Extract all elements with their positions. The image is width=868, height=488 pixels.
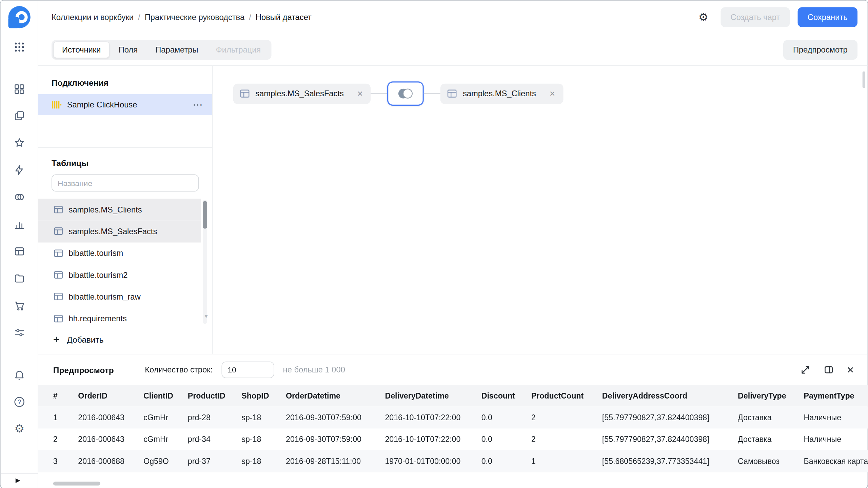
charts-bar-icon[interactable]	[13, 218, 25, 230]
column-header: ShopID	[241, 391, 286, 400]
datasets-venn-icon[interactable]	[13, 191, 25, 203]
canvas-scrollbar-thumb[interactable]	[863, 72, 865, 88]
source-chip-clients[interactable]: samples.MS_Clients ✕	[441, 83, 563, 104]
table-list-item[interactable]: samples.MS_Clients	[38, 199, 201, 220]
column-header: ProductCount	[531, 391, 602, 400]
save-button[interactable]: Сохранить	[797, 7, 857, 27]
cell: 1	[53, 413, 78, 422]
marketplace-cart-icon[interactable]	[13, 300, 25, 312]
cell: Банковская карта	[804, 456, 868, 465]
cell: sp-18	[241, 413, 286, 422]
row-count-input[interactable]	[221, 362, 274, 378]
rail-divider	[1, 473, 38, 474]
join-type-button[interactable]	[388, 81, 424, 106]
datalens-logo-icon[interactable]	[7, 4, 32, 30]
table-search-input[interactable]	[52, 175, 199, 192]
table-icon	[447, 88, 457, 98]
add-table-button[interactable]: + Добавить	[38, 334, 212, 345]
tab-parameters[interactable]: Параметры	[146, 41, 207, 58]
table-name: samples.MS_Clients	[69, 205, 142, 214]
table-list-item[interactable]: bibattle.tourism_raw	[38, 286, 201, 307]
expand-preview-icon[interactable]	[800, 365, 810, 375]
notifications-bell-icon[interactable]	[13, 369, 25, 381]
preview-table-body: 1 2016-000643 cGmHr prd-28 sp-18 2016-09…	[38, 406, 868, 472]
connection-name: Sample ClickHouse	[67, 100, 137, 109]
connection-more-icon[interactable]: ⋯	[193, 99, 203, 111]
table-name: samples.MS_SalesFacts	[69, 227, 157, 236]
tab-sources[interactable]: Источники	[53, 41, 110, 58]
cell: cGmHr	[143, 435, 188, 444]
cell: 0.0	[481, 456, 531, 465]
cell: 2	[531, 413, 602, 422]
column-header: ClientID	[143, 391, 188, 400]
source-name: samples.MS_SalesFacts	[255, 89, 344, 98]
close-preview-icon[interactable]: ✕	[847, 365, 854, 375]
tab-fields[interactable]: Поля	[110, 41, 146, 58]
cell: sp-18	[241, 456, 286, 465]
tables-grid-icon[interactable]	[13, 245, 25, 258]
tables-list: samples.MS_Clients samples.MS_SalesFacts…	[38, 199, 212, 330]
connection-item-sample-clickhouse[interactable]: Sample ClickHouse ⋯	[38, 94, 212, 115]
remove-source-icon[interactable]: ✕	[357, 89, 363, 98]
source-chip-salesfacts[interactable]: samples.MS_SalesFacts ✕	[233, 83, 371, 104]
settings-gear-icon[interactable]: ⚙	[13, 423, 25, 435]
dock-panel-icon[interactable]	[824, 365, 833, 375]
table-name: bibattle.tourism_raw	[69, 292, 141, 301]
cell: 2016-000643	[78, 413, 143, 422]
join-venn-icon	[396, 87, 415, 100]
preview-header: Предпросмотр Количество строк: не больше…	[38, 354, 868, 385]
svg-text:?: ?	[18, 399, 21, 405]
preview-toggle-button[interactable]: Предпросмотр	[783, 40, 857, 60]
help-question-icon[interactable]: ?	[13, 396, 25, 408]
table-name: bibattle.tourism2	[69, 270, 128, 279]
breadcrumb-guides[interactable]: Практические руководства	[145, 13, 244, 22]
cell: Самовывоз	[738, 456, 804, 465]
scroll-down-icon[interactable]: ▾	[205, 313, 208, 320]
column-header: OrderID	[78, 391, 143, 400]
preview-horizontal-scrollbar-thumb[interactable]	[53, 482, 100, 485]
remove-source-icon[interactable]: ✕	[549, 89, 555, 98]
cell: Наличные	[804, 435, 868, 444]
plus-icon: +	[53, 334, 60, 345]
favorites-star-icon[interactable]	[13, 137, 25, 149]
join-connector-line	[371, 93, 388, 94]
breadcrumb-collections[interactable]: Коллекции и воркбуки	[52, 13, 134, 22]
table-list-item[interactable]: hh.requirements	[38, 307, 201, 329]
cell: 0.0	[481, 435, 531, 444]
table-row: 2 2016-000643 cGmHr prd-34 sp-18 2016-09…	[38, 428, 868, 450]
cell: 2	[531, 435, 602, 444]
collapse-play-icon[interactable]: ▶	[16, 477, 20, 484]
datalens-dataset-editor: ? ⚙ ▶ Коллекции и воркбуки / Практически…	[0, 0, 868, 488]
cell: 2	[53, 435, 78, 444]
tables-scrollbar-thumb[interactable]	[203, 201, 207, 229]
cell: Доставка	[738, 435, 804, 444]
cell: [55.797790827,37.824400398]	[602, 413, 738, 422]
tabs-row: Источники Поля Параметры Фильтрация Пред…	[38, 34, 868, 66]
cell: Доставка	[738, 413, 804, 422]
cell: 1970-01-01T00:00:00	[385, 456, 481, 465]
apps-grid-icon[interactable]	[13, 41, 25, 53]
connections-lightning-icon[interactable]	[13, 164, 25, 176]
join-connector-line	[424, 93, 441, 94]
services-sliders-icon[interactable]	[13, 327, 25, 339]
cell: [55.797790827,37.824400398]	[602, 435, 738, 444]
dashboards-icon[interactable]	[13, 83, 25, 95]
table-list-item[interactable]: bibattle.tourism	[38, 242, 201, 264]
breadcrumb-separator: /	[244, 13, 256, 22]
dataset-settings-gear-icon[interactable]: ⚙	[698, 12, 708, 23]
table-icon	[54, 270, 63, 280]
table-icon	[54, 205, 63, 215]
table-icon	[54, 314, 63, 323]
column-header: PaymentType	[804, 391, 868, 400]
tab-filtering[interactable]: Фильтрация	[207, 41, 270, 58]
table-icon	[54, 227, 63, 236]
workbooks-icon[interactable]	[13, 109, 25, 122]
breadcrumb-current-dataset: Новый датасет	[256, 13, 312, 22]
cell: 2016-10-10T07:22:00	[385, 435, 481, 444]
storage-folder-icon[interactable]	[13, 272, 25, 285]
create-chart-button[interactable]: Создать чарт	[721, 7, 790, 27]
cell: prd-28	[188, 413, 241, 422]
table-list-item[interactable]: samples.MS_SalesFacts	[38, 221, 201, 242]
table-list-item[interactable]: bibattle.tourism2	[38, 264, 201, 286]
topbar-actions: ⚙ Создать чарт Сохранить	[698, 7, 857, 27]
